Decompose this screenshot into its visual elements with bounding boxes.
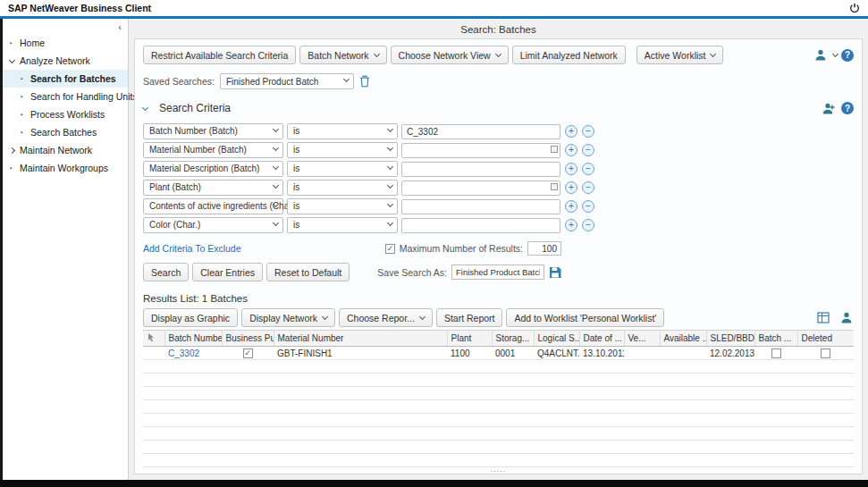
add-criteria-row-button[interactable]: +	[565, 125, 577, 138]
display-network-menu-button[interactable]: Display Network	[241, 308, 335, 327]
personalize-table-icon[interactable]	[840, 312, 854, 323]
add-criteria-row-button[interactable]: +	[565, 219, 577, 231]
criteria-operator-select[interactable]: is	[287, 123, 398, 139]
add-criteria-row-button[interactable]: +	[565, 144, 577, 156]
batch-number-link[interactable]: C_3302	[168, 348, 199, 358]
criteria-field-select[interactable]: Material Number (Batch)	[143, 142, 283, 158]
criteria-field-select[interactable]: Plant (Batch)	[143, 180, 283, 196]
criteria-lower-row: Add Criteria To Exclude ✓ Maximum Number…	[143, 241, 561, 256]
sidebar-item-label: Maintain Workgroups	[20, 163, 108, 173]
reset-to-default-button[interactable]: Reset to Default	[266, 263, 350, 281]
panel-resize-handle[interactable]: .....	[491, 466, 507, 473]
choose-network-view-menu-button[interactable]: Choose Network View	[391, 46, 509, 64]
save-icon[interactable]	[549, 266, 561, 279]
criteria-value-input[interactable]	[401, 181, 560, 196]
sled-bbd-cell: 12.02.2013	[706, 347, 754, 360]
column-header-material-number[interactable]: Material Number	[274, 331, 447, 347]
section-collapse-icon[interactable]	[142, 104, 148, 110]
criteria-value-wrap	[401, 179, 560, 196]
add-criteria-row-button[interactable]: +	[565, 163, 577, 175]
clear-entries-button[interactable]: Clear Entries	[192, 263, 263, 281]
sidebar-item-process-worklists[interactable]: ▪ Process Worklists	[3, 105, 128, 123]
batch-checkbox[interactable]	[771, 348, 781, 358]
start-report-button[interactable]: Start Report	[436, 308, 503, 327]
help-icon[interactable]: ?	[841, 102, 854, 114]
max-results-input[interactable]	[527, 241, 561, 256]
criteria-field-select[interactable]: Contents of active ingredients (Char.)	[143, 198, 283, 214]
criteria-operator-select[interactable]: is	[287, 161, 398, 177]
criteria-field-select[interactable]: Material Description (Batch)	[143, 161, 283, 177]
chevron-down-icon	[387, 181, 393, 188]
business-purpose-checkbox[interactable]: ✓	[243, 348, 253, 358]
criteria-operator-select[interactable]: is	[287, 180, 398, 196]
remove-criteria-row-button[interactable]: −	[582, 200, 594, 213]
save-search-as-input[interactable]	[451, 264, 544, 280]
max-results-checkbox[interactable]: ✓	[385, 244, 395, 254]
sidebar-item-home[interactable]: ▪ Home	[3, 34, 128, 52]
value-help-icon[interactable]	[551, 183, 558, 190]
add-criteria-row-button[interactable]: +	[565, 181, 577, 194]
column-header-available[interactable]: Available ...	[660, 331, 706, 347]
criteria-value-input[interactable]	[401, 124, 560, 139]
column-header-batch-number[interactable]: Batch Number	[164, 331, 222, 347]
column-header-ve[interactable]: Ve...	[624, 331, 660, 347]
display-as-graphic-button[interactable]: Display as Graphic	[143, 308, 238, 327]
plant-cell: 1100	[447, 347, 492, 360]
column-header-storage[interactable]: Storag...	[492, 331, 534, 347]
remove-criteria-row-button[interactable]: −	[582, 181, 594, 194]
active-worklist-menu-button[interactable]: Active Worklist	[636, 46, 724, 64]
sidebar-item-maintain-workgroups[interactable]: ▪ Maintain Workgroups	[3, 159, 128, 177]
batch-network-menu-button[interactable]: Batch Network	[299, 46, 386, 64]
personalize-icon[interactable]	[822, 103, 836, 114]
sidebar-item-maintain-network[interactable]: Maintain Network	[3, 141, 128, 159]
remove-criteria-row-button[interactable]: −	[582, 163, 594, 175]
add-criteria-to-exclude-link[interactable]: Add Criteria To Exclude	[143, 243, 241, 254]
criteria-operator-select[interactable]: is	[287, 198, 398, 214]
chevron-down-icon	[419, 313, 426, 319]
limit-analyzed-network-button[interactable]: Limit Analyzed Network	[512, 46, 626, 64]
choose-report-menu-button[interactable]: Choose Repor...	[339, 308, 433, 327]
row-selector-cell[interactable]	[143, 347, 164, 360]
remove-criteria-row-button[interactable]: −	[582, 219, 594, 231]
column-header-sled-bbd[interactable]: SLED/BBD	[706, 331, 754, 347]
criteria-value-input[interactable]	[401, 218, 560, 233]
bullet-icon: ▪	[21, 112, 30, 117]
sidebar-collapse-button[interactable]: ‹	[3, 21, 128, 34]
saved-searches-select[interactable]: Finished Product Batch	[220, 73, 354, 89]
sidebar-item-analyze-network[interactable]: Analyze Network	[3, 52, 128, 70]
column-header-business-purpose[interactable]: Business Pu...	[222, 331, 274, 347]
column-header-batch[interactable]: Batch ...	[754, 331, 797, 347]
deleted-checkbox[interactable]	[821, 348, 830, 358]
column-header-date-of[interactable]: Date of ...	[579, 331, 624, 347]
criteria-value-input[interactable]	[401, 199, 560, 214]
value-help-icon[interactable]	[551, 146, 558, 153]
column-header-plant[interactable]: Plant	[447, 331, 492, 347]
criteria-field-select[interactable]: Batch Number (Batch)	[143, 123, 283, 139]
restrict-search-criteria-button[interactable]: Restrict Available Search Criteria	[143, 46, 296, 64]
power-icon[interactable]	[849, 3, 860, 13]
remove-criteria-row-button[interactable]: −	[582, 144, 594, 156]
table-settings-icon[interactable]	[817, 312, 830, 323]
chevron-down-icon	[387, 144, 393, 150]
main-toolbar: Restrict Available Search Criteria Batch…	[143, 46, 854, 64]
criteria-value-input[interactable]	[401, 162, 560, 177]
add-to-worklist-button[interactable]: Add to Worklist 'Personal Worklist'	[506, 308, 664, 327]
table-row[interactable]: C_3302 ✓ GBT-FINISH1 1100 0001 Q4ACLNT..…	[143, 347, 854, 360]
criteria-operator-select[interactable]: is	[287, 142, 398, 158]
sidebar-item-search-for-batches[interactable]: ▪ Search for Batches	[3, 70, 128, 88]
help-icon[interactable]: ?	[841, 49, 854, 62]
row-selector-header[interactable]	[143, 331, 164, 347]
storage-cell: 0001	[492, 347, 534, 360]
user-menu-icon[interactable]	[814, 49, 838, 61]
column-header-logical-system[interactable]: Logical S...	[534, 331, 579, 347]
remove-criteria-row-button[interactable]: −	[582, 125, 594, 138]
add-criteria-row-button[interactable]: +	[565, 200, 577, 213]
sidebar-item-search-for-handling-units[interactable]: ▪ Search for Handling Units	[3, 88, 128, 105]
criteria-field-select[interactable]: Color (Char.)	[143, 217, 283, 233]
search-button[interactable]: Search	[143, 263, 189, 281]
criteria-operator-select[interactable]: is	[287, 217, 398, 233]
criteria-value-input[interactable]	[401, 143, 560, 158]
delete-saved-search-icon[interactable]	[359, 75, 370, 88]
column-header-deleted[interactable]: Deleted	[797, 331, 854, 347]
sidebar-item-search-batches[interactable]: ▪ Search Batches	[3, 123, 128, 141]
